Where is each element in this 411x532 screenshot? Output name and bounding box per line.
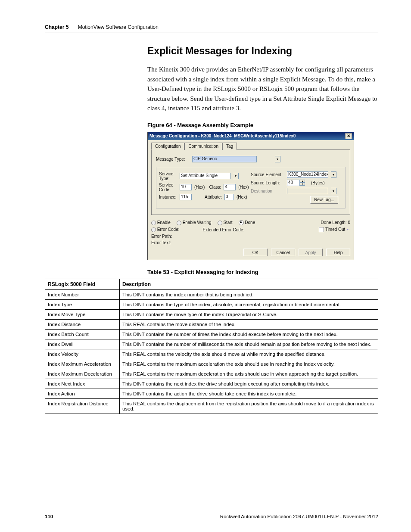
table-row: Index DistanceThis REAL contains the mov… [45, 320, 378, 330]
enable-waiting-label: Enable Waiting [183, 220, 212, 225]
attribute-field[interactable]: 3 [224, 194, 234, 200]
table-header-desc: Description [120, 279, 378, 290]
service-code-label: Service Code: [159, 183, 177, 192]
cancel-button[interactable]: Cancel [271, 249, 295, 256]
ok-button[interactable]: OK [243, 249, 268, 256]
instance-label: Instance: [159, 195, 177, 199]
attribute-label: Attribute: [205, 195, 222, 199]
help-button[interactable]: Help [326, 249, 350, 256]
body-paragraph: The Kinetix 300 drive provides an EtherN… [147, 65, 378, 113]
publication-info: Rockwell Automation Publication 2097-UM0… [220, 514, 378, 519]
table-header-field: RSLogix 5000 Field [45, 279, 120, 290]
table-row: Index Maximum AccelerationThis REAL cont… [45, 359, 378, 369]
table-cell-field: Index Number [45, 290, 120, 300]
service-code-field[interactable]: 10 [180, 184, 192, 190]
chapter-title: MotionView Software Configuration [78, 24, 159, 30]
table-row: Index DwellThis DINT contains the number… [45, 339, 378, 349]
source-element-dropdown-icon[interactable]: ▾ [331, 171, 336, 178]
class-label: Class: [209, 185, 221, 190]
table-cell-desc: This DINT contains the index number that… [120, 290, 378, 300]
page-number: 110 [45, 514, 53, 519]
error-path-label: Error Path: [151, 234, 172, 239]
hex-label-3: (Hex) [237, 195, 247, 199]
table-cell-field: Index Maximum Acceleration [45, 359, 120, 369]
close-icon[interactable]: ✕ [345, 133, 352, 139]
source-length-spinner[interactable]: ▴▾ [300, 180, 305, 186]
table-row: Index Move TypeThis DINT contains the mo… [45, 310, 378, 320]
source-element-label: Source Element: [251, 172, 284, 177]
table-cell-desc: This REAL contains the move distance of … [120, 320, 378, 330]
enable-indicator-icon [151, 221, 156, 225]
service-type-field[interactable]: Set Attribute Single [180, 173, 230, 179]
dialog-title-text: Message Configuration - K300_Node124_MSG… [149, 134, 296, 138]
table-cell-desc: This REAL contains the maximum accelerat… [120, 359, 378, 369]
table-cell-field: Index Maximum Deceleration [45, 369, 120, 379]
message-type-field[interactable]: CIP Generic [192, 156, 257, 162]
source-element-field[interactable]: K300_Node124Index [287, 171, 328, 178]
hex-label-2: (Hex) [238, 185, 249, 190]
error-code-label: Error Code: [157, 227, 180, 232]
destination-dropdown-icon[interactable]: ▾ [331, 188, 336, 194]
table-cell-desc: This DINT contains the type of the index… [120, 300, 378, 310]
table-cell-field: Index Batch Count [45, 330, 120, 339]
source-length-label: Source Length: [251, 180, 284, 185]
service-type-label: Service Type: [159, 171, 177, 181]
message-type-dropdown-icon[interactable]: ▾ [275, 156, 280, 162]
timed-out-checkbox[interactable] [319, 227, 324, 232]
message-type-label: Message Type: [156, 157, 190, 162]
tab-configuration[interactable]: Configuration [151, 143, 184, 150]
table-row: Index Maximum DecelerationThis REAL cont… [45, 369, 378, 379]
table-row: Index NumberThis DINT contains the index… [45, 290, 378, 300]
table-caption: Table 53 - Explicit Messaging for Indexi… [147, 269, 378, 275]
new-tag-button[interactable]: New Tag... [310, 196, 338, 204]
chapter-label: Chapter 5 [45, 24, 68, 30]
start-label: Start [223, 220, 232, 225]
done-radio[interactable] [239, 220, 244, 225]
table-cell-field: Index Next Index [45, 379, 120, 389]
table-row: Index Next IndexThis DINT contains the n… [45, 379, 378, 389]
table-row: Index Registration DistanceThis REAL con… [45, 399, 378, 414]
class-field[interactable]: 4 [224, 184, 236, 190]
enable-label: Enable [157, 220, 171, 225]
timed-out-link-icon[interactable]: ← [346, 227, 350, 232]
instance-field[interactable]: 115 [180, 194, 192, 200]
figure-caption: Figure 64 - Message Assembly Example [147, 122, 378, 128]
table-cell-desc: This REAL contains the displacement from… [120, 399, 378, 414]
table-cell-field: Index Registration Distance [45, 399, 120, 414]
tab-tag[interactable]: Tag [222, 143, 237, 150]
apply-button[interactable]: Apply [299, 249, 323, 256]
table-cell-desc: This DINT contains the move type of the … [120, 310, 378, 320]
table-cell-field: Index Action [45, 389, 120, 399]
table-cell-field: Index Move Type [45, 310, 120, 320]
bytes-label: (Bytes) [311, 180, 325, 185]
source-length-field[interactable]: 48 [287, 180, 300, 186]
timed-out-label: Timed Out [325, 227, 345, 232]
service-type-dropdown-icon[interactable]: ▾ [233, 173, 239, 179]
start-indicator-icon [218, 221, 222, 225]
hex-label-1: (Hex) [194, 185, 205, 190]
done-label: Done [245, 220, 255, 225]
tab-communication[interactable]: Communication [184, 143, 222, 150]
table-row: Index TypeThis DINT contains the type of… [45, 300, 378, 310]
table-cell-desc: This DINT contains the action the drive … [120, 389, 378, 399]
table-cell-desc: This REAL contains the maximum decelerat… [120, 369, 378, 379]
error-indicator-icon [151, 227, 156, 232]
table-cell-desc: This DINT contains the number of millise… [120, 339, 378, 349]
table-cell-desc: This DINT contains the number of times t… [120, 330, 378, 339]
table-row: Index VelocityThis REAL contains the vel… [45, 349, 378, 359]
table-cell-desc: This REAL contains the velocity the axis… [120, 349, 378, 359]
table-cell-field: Index Velocity [45, 349, 120, 359]
section-heading: Explicit Messages for Indexing [147, 45, 378, 57]
table-cell-field: Index Type [45, 300, 120, 310]
destination-field [287, 188, 328, 194]
error-text-label: Error Text: [151, 240, 171, 245]
done-length-label: Done Length: 0 [321, 220, 350, 225]
table-cell-desc: This DINT contains the next index the dr… [120, 379, 378, 389]
table-row: Index Batch CountThis DINT contains the … [45, 330, 378, 339]
dialog-titlebar[interactable]: Message Configuration - K300_Node124_MSG… [148, 132, 354, 140]
page-footer: 110 Rockwell Automation Publication 2097… [45, 514, 378, 519]
page-header: Chapter 5 MotionView Software Configurat… [45, 24, 378, 32]
destination-label: Destination [251, 189, 284, 193]
table-cell-field: Index Dwell [45, 339, 120, 349]
message-config-dialog: Message Configuration - K300_Node124_MSG… [147, 132, 354, 261]
